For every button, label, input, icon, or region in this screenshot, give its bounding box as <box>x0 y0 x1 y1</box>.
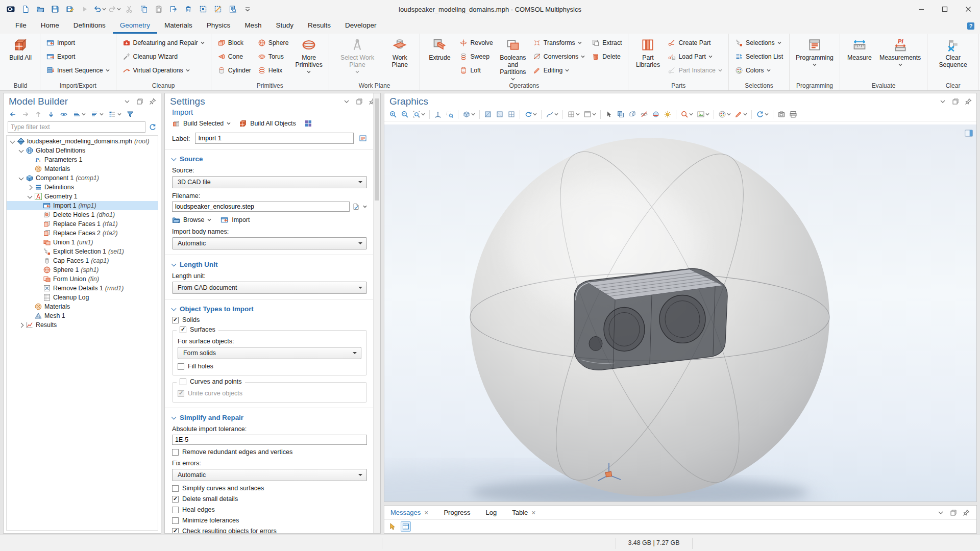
wireframe-icon[interactable] <box>627 109 638 120</box>
programming-button[interactable]: Programming <box>793 36 836 68</box>
tree-item-form-union[interactable]: Form Union(fin) <box>7 274 158 284</box>
save-as-icon[interactable] <box>63 3 77 16</box>
remove-redundant-checkbox[interactable]: Remove redundant edges and vertices <box>172 448 367 456</box>
label-input[interactable] <box>195 133 354 144</box>
run-icon[interactable] <box>78 3 91 16</box>
curves-checkbox[interactable]: Curves and points <box>177 378 245 385</box>
refresh-icon[interactable] <box>149 123 157 131</box>
graphics-canvas[interactable] <box>384 124 976 502</box>
tree-expander-icon[interactable] <box>17 177 24 180</box>
duplicate-icon[interactable] <box>167 3 180 16</box>
insert-sequence-button[interactable]: Insert Sequence <box>44 64 112 77</box>
tree-item-cleanup-log[interactable]: Cleanup Log <box>7 293 158 302</box>
tree-item-replace-faces-2[interactable]: Replace Faces 2(rfa2) <box>7 229 158 238</box>
tab-developer[interactable]: Developer <box>338 18 384 34</box>
heal-edges-checkbox[interactable]: Heal edges <box>172 506 367 513</box>
tree-item-replace-faces-1[interactable]: Replace Faces 1(rfa1) <box>7 219 158 229</box>
redo-icon[interactable] <box>108 3 121 16</box>
cut-icon[interactable] <box>122 3 136 16</box>
minimize-tolerances-checkbox[interactable]: Minimize tolerances <box>172 517 367 524</box>
zoom-box-icon[interactable] <box>444 109 455 120</box>
delete-button[interactable]: Delete <box>589 50 624 63</box>
maximize-icon[interactable] <box>933 0 957 18</box>
booleans-and-partitions-button[interactable]: Booleans and Partitions <box>497 36 529 82</box>
preview-doc-icon[interactable] <box>226 3 239 16</box>
colors-button[interactable]: Colors <box>732 64 786 77</box>
tree-item-materials[interactable]: Materials <box>7 302 158 311</box>
collapse-all-icon[interactable] <box>90 110 104 118</box>
defeaturing-and-repair-button[interactable]: Defeaturing and Repair <box>120 36 207 49</box>
import-button[interactable]: Import <box>44 36 112 49</box>
float-icon[interactable] <box>949 509 958 517</box>
selections-button[interactable]: Selections <box>732 36 786 49</box>
show-icon[interactable] <box>60 110 68 118</box>
tree-expander-icon[interactable] <box>26 186 33 189</box>
float-icon[interactable] <box>355 97 363 106</box>
section-length-unit[interactable]: Length Unit <box>172 261 367 268</box>
pin-icon[interactable] <box>962 509 970 517</box>
cone-button[interactable]: Cone <box>215 50 254 63</box>
image-export-icon[interactable] <box>695 109 711 120</box>
transparency-icon[interactable] <box>615 109 626 120</box>
import-button[interactable]: Import <box>220 216 250 224</box>
collapse-icon[interactable] <box>939 97 947 106</box>
tab-progress[interactable]: Progress <box>444 509 470 516</box>
move-down-icon[interactable] <box>47 110 55 118</box>
extract-button[interactable]: Extract <box>589 36 624 49</box>
tab-file[interactable]: File <box>8 18 34 34</box>
tab-definitions[interactable]: Definitions <box>66 18 113 34</box>
geometry-objects-button[interactable] <box>304 119 312 128</box>
label-edit-icon[interactable] <box>359 134 367 142</box>
tab-mesh[interactable]: Mesh <box>237 18 268 34</box>
check-resulting-objects-for-errors-checkbox[interactable]: Check resulting objects for errors <box>172 528 367 534</box>
help-icon[interactable]: ? <box>967 22 975 30</box>
measure-button[interactable]: Measure <box>844 36 875 63</box>
conversions-button[interactable]: Conversions <box>530 50 587 63</box>
clear-sequence-button[interactable]: Clear Sequence <box>931 36 975 70</box>
float-icon[interactable] <box>136 97 144 106</box>
reset-scene-icon[interactable] <box>754 109 770 120</box>
line-rendering-icon[interactable] <box>544 109 560 120</box>
create-part-button[interactable]: Create Part <box>665 36 724 49</box>
annotation-icon[interactable] <box>733 109 749 120</box>
tree-item-global-definitions[interactable]: Global Definitions <box>7 146 158 155</box>
zoom-selection-icon[interactable] <box>679 109 695 120</box>
dock-view-icon[interactable] <box>964 129 973 138</box>
tab-messages[interactable]: Messages× <box>390 509 428 516</box>
tab-home[interactable]: Home <box>34 18 66 34</box>
clip-plane-icon[interactable] <box>650 109 662 120</box>
length-unit-select[interactable]: From CAD document <box>172 282 367 294</box>
float-icon[interactable] <box>951 97 960 106</box>
rotate-view-icon[interactable] <box>523 109 538 120</box>
forward-icon[interactable] <box>21 110 30 118</box>
tree-expander-icon[interactable] <box>26 195 33 198</box>
select-mode-icon[interactable] <box>603 109 615 120</box>
close-icon[interactable]: × <box>424 509 428 516</box>
xz-view-icon[interactable] <box>506 109 517 120</box>
tree-item-sphere-1[interactable]: Sphere 1(sph1) <box>7 265 158 274</box>
tab-results[interactable]: Results <box>301 18 338 34</box>
table-frame-icon[interactable] <box>401 521 411 532</box>
loudspeaker-enclosure[interactable] <box>574 268 727 370</box>
tree-expander-icon[interactable] <box>9 140 16 143</box>
load-part-button[interactable]: Load Part <box>665 50 724 63</box>
collapse-icon[interactable] <box>342 97 351 106</box>
tree-item-materials[interactable]: Materials <box>7 164 158 173</box>
pin-icon[interactable] <box>964 97 972 106</box>
editing-button[interactable]: Editing <box>530 64 587 77</box>
cylinder-button[interactable]: Cylinder <box>215 64 254 77</box>
back-icon[interactable] <box>9 110 17 118</box>
solids-checkbox[interactable]: Solids <box>172 316 367 323</box>
deselect-box-icon[interactable] <box>211 3 225 16</box>
minimize-icon[interactable] <box>910 0 933 18</box>
model-tree-node-icon[interactable] <box>108 110 121 118</box>
extrude-button[interactable]: Extrude <box>424 36 455 63</box>
toolbar-options-icon[interactable] <box>241 3 254 16</box>
section-source[interactable]: Source <box>172 155 367 163</box>
pointer-icon[interactable] <box>388 522 397 531</box>
tree-filter-input[interactable] <box>8 121 145 133</box>
sweep-button[interactable]: Sweep <box>457 50 495 63</box>
work-plane-button[interactable]: Work Plane <box>383 36 416 70</box>
filename-input[interactable] <box>172 202 350 212</box>
filter-icon[interactable] <box>126 110 134 118</box>
